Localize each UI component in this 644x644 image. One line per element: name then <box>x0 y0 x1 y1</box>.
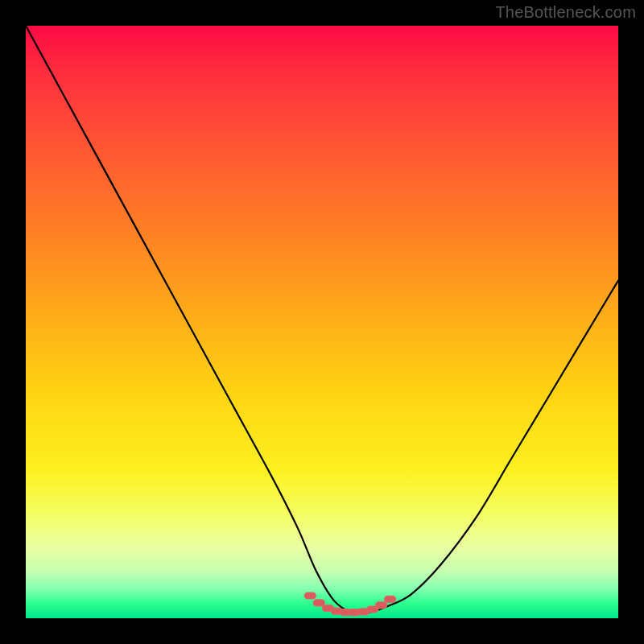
curve-svg <box>26 26 618 618</box>
plot-gradient-area <box>26 26 618 618</box>
bottleneck-curve-line <box>26 26 618 613</box>
valley-marker <box>385 596 396 602</box>
valley-highlight-markers <box>304 592 395 616</box>
chart-frame: TheBottleneck.com <box>0 0 644 644</box>
valley-marker <box>376 602 387 609</box>
valley-marker <box>313 600 324 606</box>
watermark-text: TheBottleneck.com <box>495 3 636 22</box>
valley-marker <box>304 592 316 599</box>
